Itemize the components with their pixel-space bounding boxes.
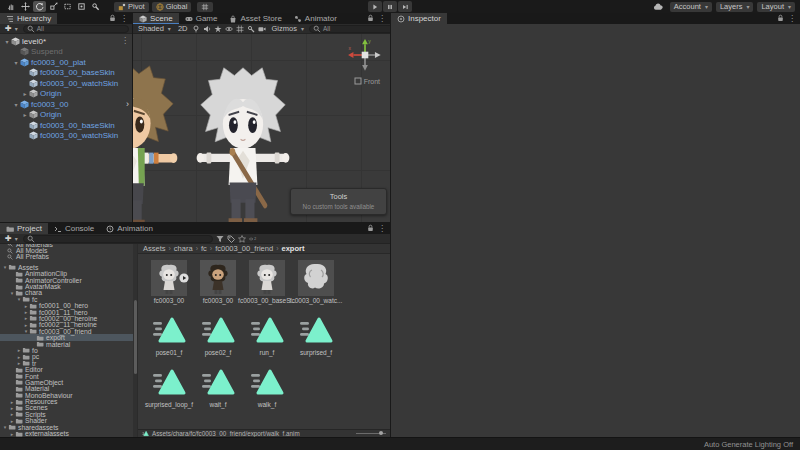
asset-item[interactable]: fc0003_00_watc... xyxy=(293,260,339,309)
search-by-type-button[interactable] xyxy=(216,235,224,243)
lock-icon[interactable] xyxy=(367,224,374,234)
tree-scrollbar[interactable] xyxy=(133,244,137,437)
asset-item[interactable]: surprised_f xyxy=(293,312,339,361)
grid-visibility-dropdown[interactable] xyxy=(236,25,244,33)
lock-icon[interactable] xyxy=(367,14,374,24)
hierarchy-item[interactable]: ▸Origin xyxy=(0,89,132,100)
favorites-star-button[interactable] xyxy=(238,235,246,243)
transform-combined-tool-button[interactable] xyxy=(75,1,88,12)
lock-icon[interactable] xyxy=(109,14,116,24)
asset-item[interactable]: surprised_loop_f xyxy=(146,364,192,413)
animation-clip-thumbnail[interactable] xyxy=(200,312,236,348)
expand-arrow-icon[interactable]: ▸ xyxy=(21,111,29,118)
tab-game[interactable]: Game xyxy=(179,13,224,24)
hierarchy-item[interactable]: fc0003_00_watchSkin xyxy=(0,78,132,89)
effects-dropdown[interactable] xyxy=(214,25,222,33)
character-model-center[interactable] xyxy=(195,64,291,222)
hierarchy-item[interactable]: fc0003_00_watchSkin xyxy=(0,131,132,142)
expand-arrow-icon[interactable]: ▾ xyxy=(3,38,11,45)
expand-arrow-icon[interactable]: ▸ xyxy=(21,90,29,97)
project-search-input[interactable] xyxy=(23,235,213,243)
animation-clip-thumbnail[interactable] xyxy=(151,312,187,348)
asset-item[interactable]: wait_f xyxy=(195,364,241,413)
tab-animation[interactable]: Animation xyxy=(100,223,159,234)
grid-snap-button[interactable] xyxy=(197,2,213,12)
scale-tool-button[interactable] xyxy=(47,1,60,12)
hierarchy-item[interactable]: ▾fc0003_00_plat xyxy=(0,57,132,68)
character-model-left[interactable] xyxy=(133,62,179,222)
breadcrumb-segment[interactable]: fc xyxy=(201,244,207,253)
gizmo-view-label[interactable]: Front xyxy=(354,77,380,85)
rect-tool-button[interactable] xyxy=(61,1,74,12)
global-toggle-button[interactable]: Global xyxy=(152,2,192,12)
panel-menu-icon[interactable]: ⋮ xyxy=(120,15,128,23)
hand-tool-button[interactable] xyxy=(5,1,18,12)
item-menu-icon[interactable]: ⋮ xyxy=(121,37,132,45)
move-tool-button[interactable] xyxy=(19,1,32,12)
create-gameobject-button[interactable]: ✚▾ xyxy=(3,24,20,33)
asset-item[interactable]: pose02_f xyxy=(195,312,241,361)
panel-menu-icon[interactable]: ⋮ xyxy=(378,15,386,23)
play-button[interactable] xyxy=(368,1,382,12)
pivot-toggle-button[interactable]: Pivot xyxy=(114,2,149,12)
expand-arrow-icon[interactable]: ▾ xyxy=(12,59,20,66)
shading-mode-dropdown[interactable]: Shaded▾ xyxy=(136,24,173,33)
asset-item[interactable]: walk_f xyxy=(244,364,290,413)
hierarchy-item[interactable]: fc0003_00_baseSkin xyxy=(0,120,132,131)
animation-clip-thumbnail[interactable] xyxy=(249,364,285,400)
cloud-button[interactable] xyxy=(651,1,666,12)
hierarchy-search-input[interactable]: All xyxy=(23,25,129,33)
tab-scene[interactable]: Scene xyxy=(133,13,179,24)
scene-orientation-gizmo[interactable]: x y xyxy=(346,36,384,74)
2d-toggle-button[interactable]: 2D xyxy=(176,24,190,33)
slider-knob[interactable] xyxy=(379,431,383,435)
create-asset-button[interactable]: ✚▾ xyxy=(3,234,20,243)
hidden-items-button[interactable]: 2 xyxy=(249,235,263,243)
hierarchy-item[interactable]: ▾level0*⋮ xyxy=(0,36,132,47)
lock-icon[interactable] xyxy=(777,14,784,24)
expand-arrow-icon[interactable]: ▾ xyxy=(12,101,20,108)
hierarchy-item[interactable]: fc0003_00_baseSkin xyxy=(0,68,132,79)
breadcrumb-segment[interactable]: fc0003_00_friend xyxy=(215,244,273,253)
model-thumbnail[interactable] xyxy=(151,260,187,296)
thumbnail-size-slider[interactable] xyxy=(356,433,386,434)
tab-console[interactable]: Console xyxy=(48,223,100,234)
account-dropdown[interactable]: Account▾ xyxy=(670,2,712,12)
tab-hierarchy[interactable]: Hierarchy xyxy=(0,13,57,24)
scene-lighting-button[interactable] xyxy=(192,25,200,33)
animation-clip-thumbnail[interactable] xyxy=(249,312,285,348)
asset-item[interactable]: pose01_f xyxy=(146,312,192,361)
breadcrumb-segment[interactable]: export xyxy=(281,244,304,253)
component-tools-button[interactable] xyxy=(247,25,255,33)
pause-button[interactable] xyxy=(383,1,397,12)
camera-dropdown[interactable] xyxy=(258,25,266,33)
tab-animator[interactable]: Animator xyxy=(288,13,343,24)
scene-search-input[interactable]: All xyxy=(309,25,397,33)
scene-audio-button[interactable] xyxy=(203,25,211,33)
layers-dropdown[interactable]: Layers▾ xyxy=(716,2,754,12)
model-thumbnail[interactable] xyxy=(200,260,236,296)
breadcrumb-segment[interactable]: Assets xyxy=(143,244,166,253)
asset-item[interactable]: run_f xyxy=(244,312,290,361)
layout-dropdown[interactable]: Layout▾ xyxy=(757,2,795,12)
asset-item[interactable]: fc0003_00_baseS... xyxy=(244,260,290,309)
folder-tree-row[interactable]: ▸externalassets xyxy=(0,430,137,436)
hierarchy-item[interactable]: ▾fc0003_00› xyxy=(0,99,132,110)
panel-menu-icon[interactable]: ⋮ xyxy=(378,225,386,233)
model-thumbnail[interactable] xyxy=(298,260,334,296)
tab-project[interactable]: Project xyxy=(0,223,48,234)
asset-item[interactable]: fc0003_00 xyxy=(146,260,192,309)
rotate-tool-button[interactable] xyxy=(33,1,46,12)
animation-clip-thumbnail[interactable] xyxy=(298,312,334,348)
asset-item[interactable]: fc0003_00 xyxy=(195,260,241,309)
animation-clip-thumbnail[interactable] xyxy=(200,364,236,400)
animation-clip-thumbnail[interactable] xyxy=(151,364,187,400)
breadcrumb-segment[interactable]: chara xyxy=(174,244,193,253)
hierarchy-item[interactable]: Suspend xyxy=(0,47,132,58)
custom-tool-button[interactable] xyxy=(89,1,102,12)
step-button[interactable] xyxy=(398,1,412,12)
play-preview-icon[interactable] xyxy=(179,273,189,283)
scene-visibility-button[interactable] xyxy=(225,25,233,33)
model-thumbnail[interactable] xyxy=(249,260,285,296)
search-by-label-button[interactable] xyxy=(227,235,235,243)
